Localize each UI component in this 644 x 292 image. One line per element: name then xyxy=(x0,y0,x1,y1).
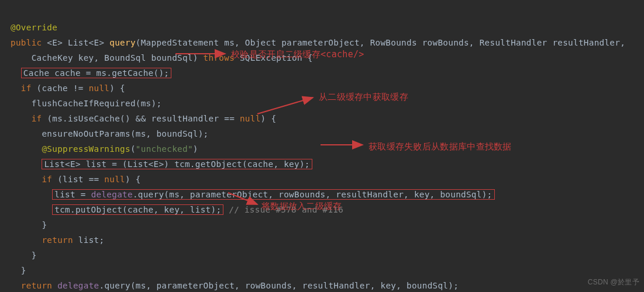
kw-if-3: if xyxy=(42,175,52,184)
kw-public: public xyxy=(11,38,42,47)
kw-return-2: return xyxy=(21,281,52,290)
annotation-2: 从二级缓存中获取缓存 xyxy=(319,89,408,105)
if-1-close: ) { xyxy=(109,84,125,93)
params-1: (MappedStatement ms, Object parameterObj… xyxy=(136,38,625,47)
boxed-put: tcm.putObject(cache, key, list); xyxy=(52,204,223,215)
kw-if-2: if xyxy=(32,114,42,123)
boxed-list-decl: List<E> list = (List<E>) tcm.getObject(c… xyxy=(42,159,312,169)
if-2-cond: (ms.isUseCache() && resultHandler == xyxy=(42,114,239,123)
null-3: null xyxy=(104,175,125,184)
ensure-call: ensureNoOutParams(ms, boundSql); xyxy=(42,129,208,138)
annotation-4: 将数据放入二级缓存 xyxy=(261,199,342,214)
supp-str: "unchecked" xyxy=(136,144,193,154)
annotation-3: 获取缓存失败后从数据库中查找数据 xyxy=(369,139,512,154)
if-2-close: ) { xyxy=(261,114,277,123)
kw-return-1: return xyxy=(42,235,73,245)
annotation-1: 校验是否开启二级缓存<cache/> xyxy=(231,47,364,62)
supp-open: ( xyxy=(130,144,136,154)
if-1-cond: (cache != xyxy=(32,84,89,93)
kw-if-1: if xyxy=(21,84,32,93)
generic-decl: <E> List<E> xyxy=(42,38,104,47)
brace-2: } xyxy=(32,251,37,260)
return-list: list; xyxy=(73,235,104,245)
params-2: CacheKey key, BoundSql boundSql) xyxy=(32,53,198,62)
code-block: @Override public <E> List<E> query(Mappe… xyxy=(0,0,644,292)
method-name: query xyxy=(104,38,135,47)
last-return: delegate.query(ms, parameterObject, rowB… xyxy=(52,281,459,290)
watermark: CSDN @於里予 xyxy=(588,274,639,290)
if-3-close: ) { xyxy=(125,175,141,184)
kw-throws: throws xyxy=(198,53,235,62)
boxed-cache-get: Cache cache = ms.getCache(); xyxy=(21,68,171,78)
brace-1: } xyxy=(42,220,47,230)
brace-3: } xyxy=(21,266,26,275)
annotation-override: @Override xyxy=(11,23,57,32)
suppress-ann: @SuppressWarnings xyxy=(42,144,130,154)
if-3-cond: (list == xyxy=(52,175,104,184)
null-1: null xyxy=(89,84,110,93)
null-2: null xyxy=(240,114,261,123)
supp-close: ) xyxy=(193,144,198,154)
flush-call: flushCacheIfRequired(ms); xyxy=(32,99,162,108)
